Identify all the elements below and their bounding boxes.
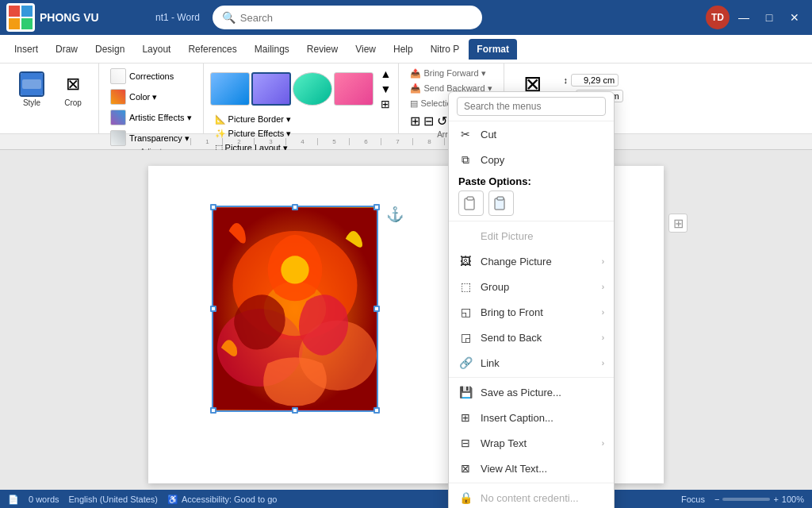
svg-point-11: [281, 256, 308, 283]
style-icon: [19, 71, 44, 97]
handle-left-mid[interactable]: [210, 306, 216, 312]
tab-insert[interactable]: Insert: [6, 39, 46, 60]
ctx-sep-2: [449, 377, 614, 378]
zoom-slider[interactable]: [722, 498, 770, 501]
artistic-effects-icon: [110, 110, 126, 125]
artistic-effects-button[interactable]: Artistic Effects ▾: [105, 108, 197, 127]
ruler-mark-3: 3: [254, 138, 285, 145]
tab-review[interactable]: Review: [299, 39, 346, 60]
status-focus[interactable]: Focus: [681, 495, 705, 504]
ctx-no-content-label: No content credenti...: [481, 492, 604, 504]
ctx-sep-3: [449, 483, 614, 483]
ctx-no-content: 🔒 No content credenti...: [449, 485, 614, 508]
align-button[interactable]: ⊞: [410, 114, 420, 129]
tab-draw[interactable]: Draw: [48, 39, 86, 60]
tab-format[interactable]: Format: [469, 39, 517, 60]
ruler-mark-2: 2: [222, 138, 254, 145]
color-label: Color ▾: [129, 92, 157, 102]
crop-tab-icon: ⊠: [60, 71, 86, 97]
corrections-button[interactable]: Corrections: [105, 67, 197, 86]
ctx-view-alt-text-label: View Alt Text...: [481, 463, 604, 475]
ctx-sep-1: [449, 221, 614, 221]
ctx-save-as-picture[interactable]: 💾 Save as Picture...: [449, 379, 614, 405]
status-page: 📄: [8, 495, 19, 505]
restore-button[interactable]: □: [758, 6, 780, 29]
height-input[interactable]: [571, 74, 619, 87]
handle-top-mid[interactable]: [292, 204, 298, 210]
style-thumb-1[interactable]: [210, 72, 250, 106]
height-row: ↕: [564, 74, 623, 87]
style-thumb-4[interactable]: [334, 72, 373, 106]
search-input[interactable]: [240, 12, 473, 24]
ctx-group[interactable]: ⬚ Group ›: [449, 274, 614, 299]
tab-layout[interactable]: Layout: [134, 39, 178, 60]
search-bar[interactable]: 🔍: [213, 6, 482, 29]
ctx-wrap-text[interactable]: ⊟ Wrap Text ›: [449, 430, 614, 456]
cut-icon: ✂: [458, 127, 473, 141]
paste-option-2[interactable]: [488, 190, 514, 216]
rotate-button[interactable]: ↺: [437, 114, 447, 129]
crop-tab-button[interactable]: ⊠ Crop: [54, 68, 92, 110]
handle-right-mid[interactable]: [373, 306, 380, 312]
accessibility-icon: ♿: [167, 495, 178, 505]
layout-icon[interactable]: ⊞: [668, 214, 688, 233]
styles-expand[interactable]: ⊞: [380, 97, 393, 111]
ctx-bring-to-front[interactable]: ◱ Bring to Front ›: [449, 299, 614, 325]
edit-picture-icon: [458, 229, 473, 243]
picture-border-label: 📐 Picture Border ▾: [215, 114, 291, 125]
ruler-mark-1: 1: [190, 138, 222, 145]
style-button[interactable]: Style: [13, 68, 51, 110]
ctx-send-to-back[interactable]: ◲ Send to Back ›: [449, 325, 614, 350]
handle-bottom-right[interactable]: [373, 407, 380, 414]
paste-icons-row: [458, 190, 604, 216]
color-button[interactable]: Color ▾: [105, 87, 197, 106]
transparency-button[interactable]: Transparency ▾: [105, 129, 197, 148]
ctx-view-alt-text[interactable]: ⊠ View Alt Text...: [449, 456, 614, 481]
paste-option-1[interactable]: [458, 190, 484, 216]
ctx-insert-caption-label: Insert Caption...: [481, 412, 604, 424]
bring-forward-button[interactable]: 📤 Bring Forward ▾: [405, 67, 496, 80]
handle-bottom-left[interactable]: [210, 407, 216, 414]
ribbon: Insert Draw Design Layout References Mai…: [0, 35, 812, 134]
minimize-button[interactable]: —: [733, 6, 755, 29]
status-accessibility[interactable]: ♿ Accessibility: Good to go: [167, 495, 277, 505]
handle-top-left[interactable]: [210, 204, 216, 210]
height-icon: ↕: [564, 75, 569, 85]
styles-down[interactable]: ▼: [380, 82, 393, 96]
ribbon-tabs: Insert Draw Design Layout References Mai…: [0, 35, 812, 64]
tab-nitrop[interactable]: Nitro P: [423, 39, 468, 60]
ctx-link[interactable]: 🔗 Link ›: [449, 350, 614, 375]
ctx-send-to-back-label: Send to Back: [481, 332, 594, 344]
close-button[interactable]: ✕: [783, 6, 806, 29]
view-alt-text-icon: ⊠: [458, 461, 473, 475]
link-arrow: ›: [602, 359, 604, 368]
handle-bottom-mid[interactable]: [292, 407, 298, 414]
ruler-mark-8: 8: [412, 138, 444, 145]
style-thumb-2[interactable]: [251, 72, 291, 106]
style-crop-group: Style ⊠ Crop: [6, 64, 99, 133]
tab-help[interactable]: Help: [385, 39, 421, 60]
tab-references[interactable]: References: [180, 39, 244, 60]
status-language[interactable]: English (United States): [69, 495, 159, 504]
tab-view[interactable]: View: [347, 39, 384, 60]
tab-design[interactable]: Design: [87, 39, 132, 60]
wrap-button[interactable]: ⊟: [423, 114, 434, 129]
status-zoom[interactable]: − + 100%: [714, 495, 804, 504]
ctx-copy[interactable]: ⧉ Copy: [449, 147, 614, 172]
handle-top-right[interactable]: [373, 204, 380, 210]
ctx-paste-section: Paste Options:: [449, 172, 614, 219]
document-scroll: ⚓ ⊞: [0, 150, 812, 490]
bring-to-front-arrow: ›: [602, 308, 604, 317]
tab-mailings[interactable]: Mailings: [247, 39, 297, 60]
svg-rect-0: [9, 6, 20, 17]
ctx-cut[interactable]: ✂ Cut: [449, 121, 614, 147]
ctx-change-picture[interactable]: 🖼 Change Picture ›: [449, 248, 614, 274]
style-thumb-3[interactable]: [293, 72, 332, 106]
picture-styles-top: ▲ ▼ ⊞: [210, 67, 393, 111]
picture-border-button[interactable]: 📐 Picture Border ▾: [210, 113, 393, 126]
styles-up[interactable]: ▲: [380, 67, 393, 81]
save-as-picture-icon: 💾: [458, 385, 473, 399]
ctx-search-input[interactable]: [457, 97, 606, 116]
ctx-insert-caption[interactable]: ⊞ Insert Caption...: [449, 405, 614, 430]
selected-image[interactable]: [212, 206, 378, 412]
